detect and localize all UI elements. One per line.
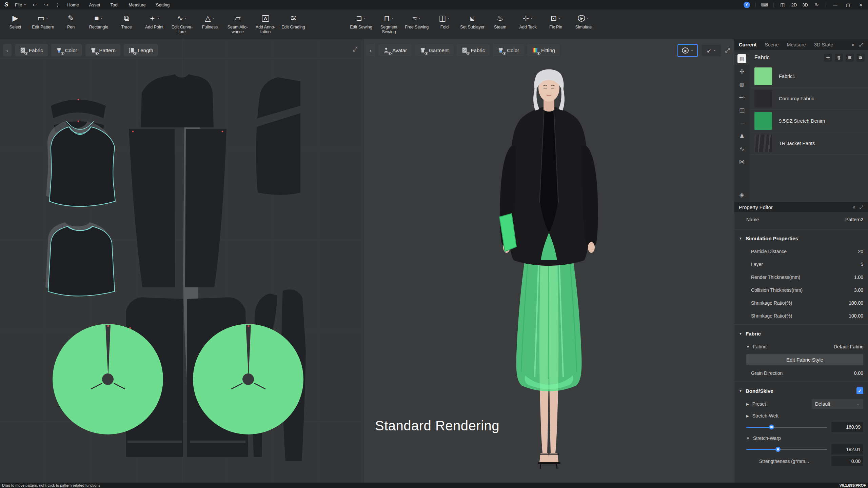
rail-avatar[interactable]: ♟ xyxy=(734,129,750,142)
chevron-down-icon[interactable]: ⌄ xyxy=(530,15,533,20)
tab-garment-3d[interactable]: Garment xyxy=(415,44,453,56)
tab-scene[interactable]: Scene xyxy=(765,42,778,47)
tool-fix-pin[interactable]: ⊡⌄ Fix Pin xyxy=(542,13,570,29)
chevron-down-icon[interactable]: ⌄ xyxy=(363,15,366,20)
simulation-properties-section[interactable]: ▼ Simulation Properties xyxy=(739,231,863,245)
tab-color-2d[interactable]: Color xyxy=(51,44,82,56)
fabric-list-item[interactable]: Fabric1 xyxy=(750,65,868,87)
tool-simulate[interactable]: ▶⌄ Simulate xyxy=(570,13,597,29)
rail-3d-cube[interactable]: ◈ xyxy=(734,191,750,199)
circle-skirt-piece-right[interactable] xyxy=(193,324,303,434)
user-avatar[interactable]: Y xyxy=(744,2,750,8)
tab-avatar-3d[interactable]: Avatar xyxy=(378,44,412,56)
rail-puckering[interactable]: ⋈ xyxy=(734,155,750,168)
triangle-right-icon[interactable]: ▶ xyxy=(746,414,749,418)
collapse-panel-button[interactable]: ‹ xyxy=(3,44,12,56)
list-view-button[interactable] xyxy=(846,54,854,62)
pattern-2d-panel[interactable]: ‹ Fabric Color Pattern Length ⤢ xyxy=(0,39,363,483)
tool-trace[interactable]: ⧉ Trace xyxy=(113,13,140,29)
chevron-down-icon[interactable]: ⌄ xyxy=(447,15,450,20)
shrinkage-ratio-warp-value[interactable]: 100.00 xyxy=(849,313,863,319)
file-menu[interactable]: File ⌄ xyxy=(15,2,26,7)
tab-fabric-2d[interactable]: Fabric xyxy=(15,44,48,56)
tool-free-sewing[interactable]: ≈⌄ Free Sewing xyxy=(403,13,431,29)
redo-icon[interactable]: ↪ xyxy=(43,2,50,7)
menu-tool[interactable]: Tool xyxy=(110,2,118,7)
stretch-weft-value[interactable]: 160.99 xyxy=(831,422,863,432)
tab-fabric-3d[interactable]: Fabric xyxy=(457,44,490,56)
menu-asset[interactable]: Asset xyxy=(89,2,100,7)
collision-thickness-value[interactable]: 3.00 xyxy=(854,287,863,293)
expand-3d-panel-icon[interactable]: ⤢ xyxy=(725,47,730,54)
stretch-warp-slider[interactable] xyxy=(746,449,827,450)
rail-topstitch[interactable]: ╌ xyxy=(734,117,750,129)
tab-length-2d[interactable]: Length xyxy=(124,44,158,56)
viewport-3d[interactable]: ‹ Avatar Garment Fabric Color Fitting xyxy=(363,39,734,483)
delete-fabric-button[interactable] xyxy=(835,54,843,62)
expand-2d-panel-icon[interactable]: ⤢ xyxy=(353,46,357,53)
tank-front-piece[interactable] xyxy=(46,121,115,206)
expand-panel-icon[interactable]: ⤢ xyxy=(859,42,863,48)
bond-skive-checkbox[interactable]: ✓ xyxy=(856,387,863,394)
tool-add-point[interactable]: ＋⌄ Add Point xyxy=(140,13,168,29)
name-value[interactable]: Pattern2 xyxy=(845,217,863,222)
tool-edit-pattern[interactable]: ▭⌄ Edit Pattern xyxy=(29,13,57,29)
slider-thumb[interactable] xyxy=(775,447,781,452)
overflow-icon[interactable]: » xyxy=(852,42,854,48)
tab-measure[interactable]: Measure xyxy=(787,42,806,47)
grain-direction-value[interactable]: 0.00 xyxy=(854,370,863,376)
particle-distance-value[interactable]: 20 xyxy=(858,249,863,254)
tool-fold[interactable]: ◫⌄ Fold xyxy=(431,13,458,29)
undo-icon[interactable]: ↩ xyxy=(31,2,38,7)
jacket-back-piece[interactable] xyxy=(141,74,214,127)
tab-fitting-3d[interactable]: Fitting xyxy=(527,44,560,56)
fabric-list-item[interactable]: TR Jacket Pants xyxy=(750,132,868,155)
board-view-button[interactable] xyxy=(856,54,865,62)
rail-tack[interactable]: ⊷ xyxy=(734,91,750,104)
tool-add-tack[interactable]: ⊹⌄ Add Tack xyxy=(514,13,542,29)
bond-skive-section[interactable]: ▼ Bond/Skive ✓ xyxy=(739,384,863,398)
tool-select[interactable]: ▶ Select xyxy=(1,13,29,29)
tool-add-annotation[interactable]: A Add Anno-tation xyxy=(252,13,279,34)
overflow-icon[interactable]: » xyxy=(853,204,855,210)
preset-dropdown[interactable]: Default ⌄ xyxy=(812,399,863,409)
chevron-down-icon[interactable]: ⌄ xyxy=(100,15,103,20)
add-fabric-button[interactable] xyxy=(824,54,832,62)
more-options-icon[interactable]: ⋮ xyxy=(54,2,61,7)
sync-view-icon[interactable]: ↻ xyxy=(813,2,820,7)
fabric-list-item[interactable]: 9.5OZ Stretch Denim xyxy=(750,110,868,132)
tab-current[interactable]: Current xyxy=(739,42,756,47)
tab-3d-state[interactable]: 3D State xyxy=(814,42,833,47)
tool-edit-grading[interactable]: ≋ Edit Grading xyxy=(279,13,307,29)
rail-trim[interactable]: ✣ xyxy=(734,65,750,78)
tool-segment-sewing[interactable]: ⊓⌄ Segment Sewing xyxy=(375,13,403,34)
tab-color-3d[interactable]: Color xyxy=(493,44,524,56)
minimize-button[interactable]: — xyxy=(831,2,839,7)
render-thickness-value[interactable]: 1.00 xyxy=(854,274,863,280)
chevron-down-icon[interactable]: ⌄ xyxy=(713,47,716,52)
drag-mode-button[interactable]: ↙ ⌄ xyxy=(702,45,721,56)
rail-shirring[interactable]: ∿ xyxy=(734,142,750,155)
fabric-sub-value[interactable]: Default Fabric xyxy=(834,344,863,349)
simulate-toggle-button[interactable]: ▶ ⌄ xyxy=(677,44,698,57)
chevron-down-icon[interactable]: ⌄ xyxy=(157,15,160,20)
rail-button[interactable]: ◍ xyxy=(734,78,750,91)
tool-fullness[interactable]: △⌄ Fullness xyxy=(196,13,224,29)
keyboard-shortcuts-icon[interactable]: ⌨ xyxy=(761,2,768,7)
strengtheness-value[interactable]: 0.00 xyxy=(831,456,863,466)
triangle-right-icon[interactable]: ▶ xyxy=(746,402,749,406)
collapse-panel-button[interactable]: ‹ xyxy=(366,44,375,56)
stretch-warp-value[interactable]: 182.01 xyxy=(831,444,863,454)
rail-fabric[interactable]: ▨ xyxy=(734,52,750,65)
tab-pattern-2d[interactable]: Pattern xyxy=(85,44,120,56)
fabric-list-item[interactable]: Corduroy Fabric xyxy=(750,87,868,110)
jacket-side-piece[interactable] xyxy=(256,77,300,195)
view-2d-button[interactable]: 2D xyxy=(791,2,797,7)
tool-seam-allowance[interactable]: ▱ Seam Allo-wance xyxy=(224,13,252,34)
chevron-down-icon[interactable]: ⌄ xyxy=(558,15,561,20)
tool-edit-curvature[interactable]: ∿⌄ Edit Curva-ture xyxy=(168,13,196,34)
split-view-icon[interactable]: ◫ xyxy=(779,2,786,7)
avatar-3d[interactable] xyxy=(471,57,627,481)
chevron-down-icon[interactable]: ⌄ xyxy=(212,15,215,20)
menu-home[interactable]: Home xyxy=(67,2,79,7)
